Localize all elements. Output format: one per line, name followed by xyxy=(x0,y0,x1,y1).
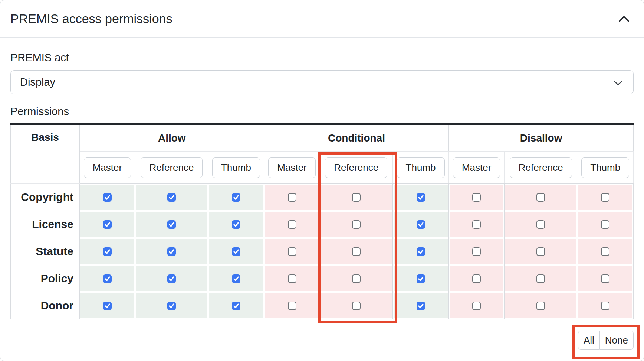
column-button-allow-master[interactable]: Master xyxy=(84,157,131,178)
checkbox-license-disallow-thumb[interactable] xyxy=(601,220,610,229)
permission-cell xyxy=(80,238,135,265)
permission-cell xyxy=(264,292,320,319)
subcolumn-header-allow-reference: Reference xyxy=(135,152,208,184)
subcolumn-header-conditional-thumb: Thumb xyxy=(392,152,448,184)
checkbox-license-allow-reference[interactable] xyxy=(167,220,176,229)
checkbox-donor-disallow-master[interactable] xyxy=(472,302,481,310)
checkbox-copyright-allow-reference[interactable] xyxy=(167,193,176,202)
checkbox-copyright-disallow-master[interactable] xyxy=(472,193,481,202)
permission-cell xyxy=(208,238,264,265)
group-header-conditional: Conditional xyxy=(264,124,449,152)
select-all-button[interactable]: All xyxy=(578,331,599,350)
premis-act-label: PREMIS act xyxy=(10,51,634,64)
subcolumn-header-conditional-reference: Reference xyxy=(320,152,392,184)
permission-cell xyxy=(320,211,392,238)
checkbox-statute-conditional-master[interactable] xyxy=(288,247,296,256)
checkbox-copyright-conditional-reference[interactable] xyxy=(352,193,361,202)
permission-cell xyxy=(577,184,634,211)
checkbox-statute-conditional-reference[interactable] xyxy=(352,247,361,256)
premis-act-selected-value: Display xyxy=(20,76,55,88)
column-button-disallow-thumb[interactable]: Thumb xyxy=(581,157,629,178)
column-button-disallow-reference[interactable]: Reference xyxy=(510,157,572,178)
permission-cell xyxy=(505,211,577,238)
checkbox-policy-disallow-master[interactable] xyxy=(472,274,481,283)
table-row: Copyright xyxy=(11,184,634,211)
checkbox-statute-conditional-thumb[interactable] xyxy=(417,247,425,256)
checkbox-policy-conditional-thumb[interactable] xyxy=(417,274,425,283)
checkbox-license-allow-master[interactable] xyxy=(103,220,112,229)
permission-cell xyxy=(208,292,264,319)
column-button-conditional-thumb[interactable]: Thumb xyxy=(397,157,445,178)
table-row: License xyxy=(11,211,634,238)
checkbox-policy-allow-reference[interactable] xyxy=(167,274,176,283)
checkbox-copyright-allow-thumb[interactable] xyxy=(232,193,240,202)
permission-cell xyxy=(208,184,264,211)
permission-cell xyxy=(449,292,505,319)
checkbox-statute-disallow-reference[interactable] xyxy=(536,247,545,256)
checkbox-copyright-conditional-master[interactable] xyxy=(288,193,296,202)
permission-cell xyxy=(135,238,208,265)
basis-column-header: Basis xyxy=(11,124,80,184)
checkbox-license-conditional-reference[interactable] xyxy=(352,220,361,229)
checkbox-policy-disallow-thumb[interactable] xyxy=(601,274,610,283)
permission-cell xyxy=(392,184,448,211)
column-button-disallow-master[interactable]: Master xyxy=(453,157,500,178)
checkbox-statute-allow-reference[interactable] xyxy=(167,247,176,256)
checkbox-statute-allow-master[interactable] xyxy=(103,247,112,256)
footer-highlight-box: All None xyxy=(572,325,640,359)
permission-cell xyxy=(264,211,320,238)
select-none-button[interactable]: None xyxy=(599,331,634,350)
checkbox-copyright-disallow-reference[interactable] xyxy=(536,193,545,202)
table-row: Donor xyxy=(11,292,634,319)
checkbox-donor-conditional-reference[interactable] xyxy=(352,302,361,310)
checkbox-license-allow-thumb[interactable] xyxy=(232,220,240,229)
checkbox-donor-disallow-reference[interactable] xyxy=(536,302,545,310)
checkbox-donor-conditional-thumb[interactable] xyxy=(417,302,425,310)
collapse-panel-button[interactable] xyxy=(617,14,631,24)
permission-cell xyxy=(135,211,208,238)
table-footer: All None xyxy=(10,319,634,359)
checkbox-statute-allow-thumb[interactable] xyxy=(232,247,240,256)
checkbox-policy-conditional-master[interactable] xyxy=(288,274,296,283)
checkbox-statute-disallow-thumb[interactable] xyxy=(601,247,610,256)
table-row: Statute xyxy=(11,238,634,265)
checkbox-donor-allow-reference[interactable] xyxy=(167,302,176,310)
column-button-allow-reference[interactable]: Reference xyxy=(141,157,203,178)
premis-act-select[interactable]: Display xyxy=(10,70,634,94)
column-button-conditional-master[interactable]: Master xyxy=(268,157,315,178)
permission-cell xyxy=(135,184,208,211)
permission-cell xyxy=(264,265,320,292)
checkbox-license-conditional-thumb[interactable] xyxy=(417,220,425,229)
checkbox-copyright-conditional-thumb[interactable] xyxy=(417,193,425,202)
checkbox-policy-allow-thumb[interactable] xyxy=(232,274,240,283)
checkbox-license-disallow-master[interactable] xyxy=(472,220,481,229)
permission-cell xyxy=(264,184,320,211)
basis-row-label-license: License xyxy=(11,211,80,238)
checkbox-donor-conditional-master[interactable] xyxy=(288,302,296,310)
checkbox-statute-disallow-master[interactable] xyxy=(472,247,481,256)
permission-cell xyxy=(320,292,392,319)
checkbox-license-disallow-reference[interactable] xyxy=(536,220,545,229)
checkbox-license-conditional-master[interactable] xyxy=(288,220,296,229)
permission-cell xyxy=(505,184,577,211)
permission-cell xyxy=(577,238,634,265)
checkbox-donor-allow-master[interactable] xyxy=(103,302,112,310)
permission-cell xyxy=(577,292,634,319)
permission-cell xyxy=(320,238,392,265)
permission-cell xyxy=(135,292,208,319)
permissions-label: Permissions xyxy=(10,105,634,118)
all-none-button-group: All None xyxy=(578,331,634,350)
permission-cell xyxy=(505,265,577,292)
checkbox-donor-allow-thumb[interactable] xyxy=(232,302,240,310)
permission-cell xyxy=(449,184,505,211)
checkbox-copyright-allow-master[interactable] xyxy=(103,193,112,202)
checkbox-copyright-disallow-thumb[interactable] xyxy=(601,193,610,202)
checkbox-policy-conditional-reference[interactable] xyxy=(352,274,361,283)
checkbox-donor-disallow-thumb[interactable] xyxy=(601,302,610,310)
column-button-allow-thumb[interactable]: Thumb xyxy=(212,157,260,178)
column-button-conditional-reference[interactable]: Reference xyxy=(325,157,387,178)
checkbox-policy-allow-master[interactable] xyxy=(103,274,112,283)
group-header-disallow: Disallow xyxy=(449,124,634,152)
checkbox-policy-disallow-reference[interactable] xyxy=(536,274,545,283)
permission-cell xyxy=(320,184,392,211)
